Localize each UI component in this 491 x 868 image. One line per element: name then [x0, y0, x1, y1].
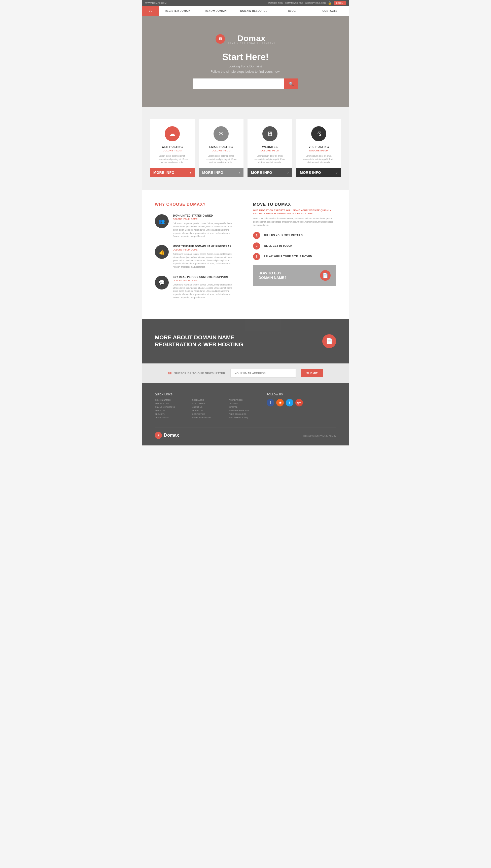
footer-logo: 🖥 Domax: [155, 432, 179, 439]
footer-link-free-rss[interactable]: FREE WEBSITE RSS: [229, 409, 262, 412]
footer: QUICK LINKS DOMAIN NAMES WEB HOSTING ONL…: [142, 383, 349, 445]
why-item2-desc: Dolor nunc vulputate ips dot comes Dolor…: [173, 252, 238, 269]
footer-columns: QUICK LINKS DOMAIN NAMES WEB HOSTING ONL…: [155, 393, 336, 420]
footer-link-about[interactable]: ABOUT US: [192, 406, 224, 408]
hero-subtext2: Follow the simple steps below to find yo…: [193, 70, 298, 73]
why-title: WHY CHOOSE DOMAX?: [155, 202, 238, 207]
why-item-2: 👍 MOST TRUSTED DOMAIN NAME REGISTRAR DOL…: [155, 245, 238, 269]
hero-logo: 🖥 Domax DOMAIN REGISTRATION COMPANY: [193, 34, 298, 44]
how-to-buy-button[interactable]: HOW TO BUYDOMAIN NAME? 📄: [253, 265, 336, 286]
footer-link-support[interactable]: SUPPORT CENTER: [192, 416, 224, 419]
footer-link-customers[interactable]: CUSTOMERS: [192, 402, 224, 405]
hero-search: 🔍: [193, 79, 298, 89]
vps-hosting-more-info[interactable]: MORE INFO ›: [296, 168, 341, 177]
domain-search-button[interactable]: 🔍: [284, 79, 298, 89]
arrow-icon: ›: [288, 170, 289, 175]
step-num-3: 3: [253, 253, 260, 260]
google-plus-icon[interactable]: g+: [295, 399, 303, 406]
service-card-email-hosting: ✉ EMAIL HOSTING DOLORE IPSUM Lorem ipsum…: [199, 119, 243, 177]
logo-text-group: Domax DOMAIN REGISTRATION COMPANY: [228, 34, 276, 44]
move-title: MOVE TO DOMAX: [253, 202, 336, 207]
websites-title: WEBSITES: [252, 145, 288, 148]
facebook-icon[interactable]: f: [267, 399, 274, 406]
footer-link-contact[interactable]: CONTACT US: [192, 413, 224, 415]
footer-col2: RESELLERS CUSTOMERS ABOUT US OUR BLOG CO…: [192, 393, 224, 420]
twitter-icon[interactable]: t: [286, 399, 293, 406]
newsletter-submit-button[interactable]: SUBMIT: [301, 369, 323, 377]
how-to-buy-text: HOW TO BUYDOMAIN NAME?: [259, 271, 286, 280]
footer-link-domain-names[interactable]: DOMAIN NAMES: [155, 399, 187, 401]
step-num-1: 1: [253, 232, 260, 239]
footer-link-wordpress[interactable]: WORDPRESS: [229, 399, 262, 401]
web-hosting-more-info[interactable]: MORE INFO ›: [150, 168, 195, 177]
arrow-icon: ›: [190, 170, 191, 175]
top-bar-right: ENTRIES RSS COMMENTS RSS WORDPRESS.ORG 🔒…: [267, 1, 346, 5]
footer-link-websites[interactable]: WEBSITES: [155, 409, 187, 412]
banner-document-icon[interactable]: 📄: [322, 334, 336, 348]
domain-search-input[interactable]: [193, 79, 284, 89]
wordpress-link[interactable]: WORDPRESS.ORG: [305, 2, 326, 4]
why-item2-subtitle: DOLORE IPSUM COME: [173, 248, 238, 251]
service-card-web-hosting: ☁ WEB HOSTING DOLORE IPSUM Lorem ipsum d…: [150, 119, 195, 177]
nav-renew-domain[interactable]: RENEW DOMAIN: [197, 6, 235, 16]
newsletter-text: SUBSCRIBE TO OUR NEWSLETTER: [174, 372, 225, 375]
why-content-3: 24/7 REAL PERSON CUSTOMER SUPPORT DOLORE…: [173, 276, 238, 299]
move-step-3: 3 RELAX WHILE YOUR SITE IS MOVED: [253, 253, 336, 260]
footer-link-ecommerce[interactable]: E-COMMERCE FAQ: [229, 416, 262, 419]
comments-rss-link[interactable]: COMMENTS RSS: [285, 2, 303, 4]
nav-domain-resource[interactable]: DOMAIN RESOURCE: [235, 6, 273, 16]
footer-col2-title: [192, 393, 224, 396]
vps-hosting-icon: 🖨: [311, 126, 326, 142]
footer-col3: WORDPRESS JOOMLA DRUPAL FREE WEBSITE RSS…: [229, 393, 262, 420]
newsletter-label: ✉ SUBSCRIBE TO OUR NEWSLETTER: [168, 371, 225, 376]
email-hosting-title: EMAIL HOSTING: [203, 145, 239, 148]
footer-link-drupal[interactable]: DRUPAL: [229, 406, 262, 408]
footer-link-blog[interactable]: OUR BLOG: [192, 409, 224, 412]
move-subtitle: OUR MIGRATION EXPERTS WILL MOVE YOUR WEB…: [253, 209, 336, 215]
rss-icon[interactable]: ◉: [276, 399, 284, 406]
nav-register-domain[interactable]: REGISTER DOMAIN: [158, 6, 197, 16]
footer-link-web-designers[interactable]: WEB DESIGNERS: [229, 413, 262, 415]
why-item3-title: 24/7 REAL PERSON CUSTOMER SUPPORT: [173, 276, 238, 278]
footer-link-online-marketing[interactable]: ONLINE MARKETING: [155, 406, 187, 408]
newsletter-email-input[interactable]: [230, 369, 296, 377]
websites-icon: 🖥: [262, 126, 278, 142]
email-hosting-subtitle: DOLORE IPSUM: [203, 149, 239, 152]
hero-subtext1: Looking For a Domain?: [193, 64, 298, 68]
email-hosting-more-info[interactable]: MORE INFO ›: [199, 168, 243, 177]
web-hosting-desc: Lorem ipsum dolor sit amet, consectetur …: [154, 154, 190, 164]
nav-contacts[interactable]: CONTACTS: [311, 6, 349, 16]
move-desc: Dolor nunc vulputate ips dot comes Dolor…: [253, 217, 336, 227]
why-icon-thumbsup: 👍: [155, 245, 169, 259]
arrow-icon: ›: [239, 170, 240, 175]
nav-blog[interactable]: BLOG: [273, 6, 311, 16]
footer-logo-text: Domax: [164, 433, 179, 438]
footer-link-joomla[interactable]: JOOMLA: [229, 402, 262, 405]
footer-link-security[interactable]: SECURITY: [155, 413, 187, 415]
why-move-section: WHY CHOOSE DOMAX? 👥 100% UNITED STATES O…: [142, 190, 349, 319]
nav-items: REGISTER DOMAIN RENEW DOMAIN DOMAIN RESO…: [158, 6, 349, 16]
banner-section: MORE ABOUT DOMAIN NAMEREGISTRATION & WEB…: [142, 319, 349, 364]
email-hosting-icon: ✉: [213, 126, 229, 142]
entries-rss-link[interactable]: ENTRIES RSS: [267, 2, 283, 4]
web-hosting-icon: ☁: [165, 126, 180, 142]
why-item-3: 💬 24/7 REAL PERSON CUSTOMER SUPPORT DOLO…: [155, 276, 238, 299]
websites-more-info[interactable]: MORE INFO ›: [248, 168, 292, 177]
how-to-buy-icon: 📄: [320, 270, 330, 281]
lock-icon: 🔒: [328, 1, 331, 5]
service-card-websites: 🖥 WEBSITES DOLORE IPSUM Lorem ipsum dolo…: [248, 119, 292, 177]
services-grid: ☁ WEB HOSTING DOLORE IPSUM Lorem ipsum d…: [150, 119, 341, 177]
why-item3-subtitle: DOLORE IPSUM COME: [173, 279, 238, 282]
footer-link-resellers[interactable]: RESELLERS: [192, 399, 224, 401]
home-nav-button[interactable]: ⌂: [142, 6, 158, 16]
footer-link-web-hosting[interactable]: WEB HOSTING: [155, 402, 187, 405]
why-content-1: 100% UNITED STATES OWNED DOLORE IPSUM CO…: [173, 214, 238, 238]
quick-links-title: QUICK LINKS: [155, 393, 187, 396]
logo-icon: 🖥: [215, 34, 225, 44]
vps-hosting-subtitle: DOLORE IPSUM: [301, 149, 337, 152]
why-item3-desc: Dolor nunc vulputate ips dot comes Dolor…: [173, 283, 238, 299]
footer-quick-links-col: QUICK LINKS DOMAIN NAMES WEB HOSTING ONL…: [155, 393, 187, 420]
login-button[interactable]: LOGIN: [334, 1, 346, 5]
footer-link-vps[interactable]: VPS HOSTING: [155, 416, 187, 419]
why-item1-title: 100% UNITED STATES OWNED: [173, 214, 238, 217]
